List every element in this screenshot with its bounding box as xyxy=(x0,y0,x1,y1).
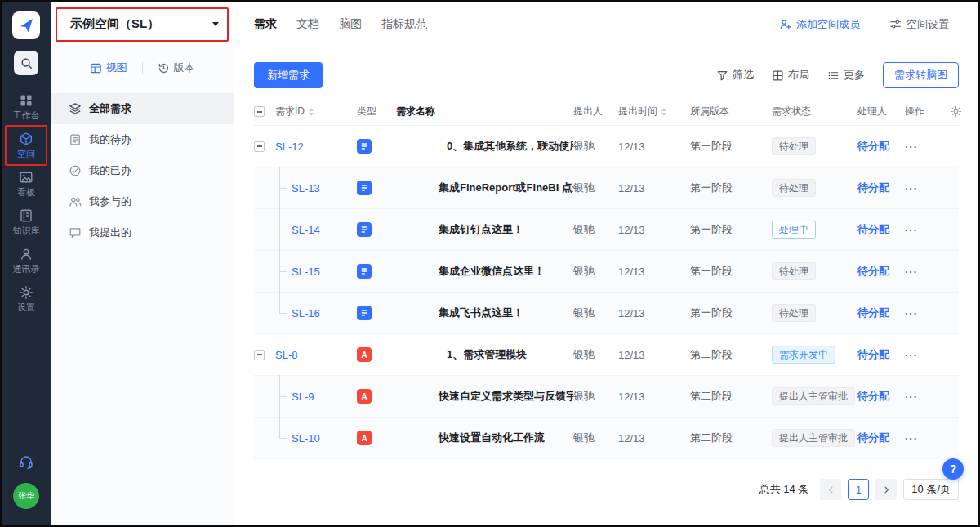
sidebar-item-space[interactable]: 空间 xyxy=(4,128,48,163)
new-requirement-button[interactable]: 新增需求 xyxy=(254,62,323,88)
global-search-button[interactable] xyxy=(14,51,38,75)
requirement-name[interactable]: 0、集成其他系统，联动使用！ xyxy=(390,139,573,154)
user-avatar[interactable]: 张华 xyxy=(13,483,39,509)
filter-button[interactable]: 筛选 xyxy=(716,68,754,83)
table-row[interactable]: SL-16 集成飞书点这里！ 银驰 12/13 第一阶段 待处理 待分配 ··· xyxy=(254,293,959,334)
filter-item-proposed[interactable]: 我提出的 xyxy=(51,217,234,248)
requirement-id-link[interactable]: SL-16 xyxy=(292,307,320,319)
page-size-select[interactable]: 10 条/页 xyxy=(903,479,959,500)
filter-item-all-requirements[interactable]: 全部需求 xyxy=(51,93,234,124)
requirement-name[interactable]: 集成钉钉点这里！ xyxy=(390,222,573,237)
panel-tabs: 视图 版本 xyxy=(51,47,234,83)
row-more-actions[interactable]: ··· xyxy=(905,307,918,319)
created-date: 12/13 xyxy=(618,307,690,319)
row-more-actions[interactable]: ··· xyxy=(905,141,918,153)
help-button[interactable]: ? xyxy=(942,458,964,480)
table-row[interactable]: SL-15 集成企业微信点这里！ 银驰 12/13 第一阶段 待处理 待分配 ·… xyxy=(254,251,959,293)
sidebar-item-contacts[interactable]: 通讯录 xyxy=(4,243,48,278)
tab-metric-spec[interactable]: 指标规范 xyxy=(381,17,427,32)
table-row[interactable]: SL-14 集成钉钉点这里！ 银驰 12/13 第一阶段 处理中 待分配 ··· xyxy=(254,209,959,251)
requirement-id-link[interactable]: SL-9 xyxy=(292,391,314,403)
status-badge: 待处理 xyxy=(772,137,816,155)
tab-documents[interactable]: 文档 xyxy=(296,17,319,32)
requirement-name[interactable]: 快速自定义需求类型与反馈字段 xyxy=(390,389,573,404)
table-row[interactable]: SL-10 A 快速设置自动化工作流 银驰 12/13 第二阶段 提出人主管审批… xyxy=(254,418,959,459)
filter-item-label: 我的已办 xyxy=(89,163,131,178)
requirement-id-link[interactable]: SL-10 xyxy=(292,432,320,444)
table-row[interactable]: SL-12 0、集成其他系统，联动使用！ 银驰 12/13 第一阶段 待处理 待… xyxy=(254,126,959,167)
sidebar-item-workbench[interactable]: 工作台 xyxy=(4,90,48,124)
version: 第一阶段 xyxy=(690,181,772,195)
space-settings-button[interactable]: 空间设置 xyxy=(889,17,949,32)
table-row[interactable]: SL-13 集成FineReport或FineBI 点这里 银驰 12/13 第… xyxy=(254,167,959,209)
tab-mindmap[interactable]: 脑图 xyxy=(339,17,362,32)
row-more-actions[interactable]: ··· xyxy=(905,432,918,444)
more-button[interactable]: 更多 xyxy=(827,68,865,83)
filter-item-my-todo[interactable]: 我的待办 xyxy=(51,124,234,155)
layout-button[interactable]: 布局 xyxy=(772,68,809,83)
filter-item-label: 全部需求 xyxy=(89,101,131,116)
collapse-toggle[interactable] xyxy=(254,350,265,360)
proposer: 银驰 xyxy=(573,306,618,320)
handler-link[interactable]: 待分配 xyxy=(858,306,889,320)
handler-link[interactable]: 待分配 xyxy=(858,264,889,279)
requirement-name[interactable]: 1、需求管理模块 xyxy=(390,347,573,362)
tab-view[interactable]: 视图 xyxy=(90,60,127,75)
column-header-created[interactable]: 提出时间 xyxy=(618,105,690,118)
main-header: 需求 文档 脑图 指标规范 添加空间成员 空间设置 xyxy=(234,2,978,47)
collapse-toggle[interactable] xyxy=(254,141,265,152)
filter-item-participated[interactable]: 我参与的 xyxy=(51,186,234,217)
handler-link[interactable]: 待分配 xyxy=(858,139,889,154)
requirement-name[interactable]: 集成FineReport或FineBI 点这里 xyxy=(390,181,573,195)
status-badge: 提出人主管审批 xyxy=(772,387,855,405)
space-switcher[interactable]: 示例空间（SL） xyxy=(51,2,234,47)
filter-item-my-done[interactable]: 我的已办 xyxy=(51,155,234,186)
column-header-handler: 处理人 xyxy=(858,105,905,118)
proposer: 银驰 xyxy=(573,389,618,404)
requirement-id-link[interactable]: SL-13 xyxy=(292,182,320,194)
row-more-actions[interactable]: ··· xyxy=(905,349,918,361)
requirement-id-link[interactable]: SL-8 xyxy=(275,349,297,361)
doc-type-icon xyxy=(357,306,372,320)
row-more-actions[interactable]: ··· xyxy=(905,266,918,278)
funnel-icon xyxy=(716,69,728,82)
current-page-button[interactable]: 1 xyxy=(848,479,869,500)
tab-version[interactable]: 版本 xyxy=(158,60,195,75)
row-more-actions[interactable]: ··· xyxy=(905,224,918,236)
row-more-actions[interactable]: ··· xyxy=(905,391,918,403)
sort-icon[interactable] xyxy=(309,108,314,116)
handler-link[interactable]: 待分配 xyxy=(858,347,889,362)
requirement-id-link[interactable]: SL-14 xyxy=(292,224,320,236)
sidebar-item-board[interactable]: 看板 xyxy=(4,167,48,201)
table-row[interactable]: SL-9 A 快速自定义需求类型与反馈字段 银驰 12/13 第二阶段 提出人主… xyxy=(254,376,959,418)
requirement-name[interactable]: 集成飞书点这里！ xyxy=(390,306,573,320)
comment-icon xyxy=(69,226,82,239)
sidebar-item-settings[interactable]: 设置 xyxy=(4,282,48,316)
handler-link[interactable]: 待分配 xyxy=(858,181,889,195)
table-settings-gear-icon[interactable] xyxy=(950,105,962,118)
handler-link[interactable]: 待分配 xyxy=(858,222,889,237)
requirements-to-mindmap-button[interactable]: 需求转脑图 xyxy=(883,62,959,88)
created-date: 12/13 xyxy=(618,391,690,403)
support-headset-icon[interactable] xyxy=(18,453,34,470)
requirement-name[interactable]: 集成企业微信点这里！ xyxy=(390,264,573,279)
sidebar-item-knowledge[interactable]: 知识库 xyxy=(4,205,48,239)
prev-page-button[interactable] xyxy=(820,479,841,500)
requirement-id-link[interactable]: SL-12 xyxy=(275,141,304,153)
add-space-member-button[interactable]: 添加空间成员 xyxy=(779,17,860,32)
select-all-checkbox[interactable] xyxy=(254,106,265,117)
handler-link[interactable]: 待分配 xyxy=(858,431,889,445)
table-row[interactable]: SL-8 A 1、需求管理模块 银驰 12/13 第二阶段 需求开发中 待分配 … xyxy=(254,334,959,376)
requirement-id-link[interactable]: SL-15 xyxy=(292,266,320,278)
requirement-type-icon: A xyxy=(357,347,372,362)
sort-icon[interactable] xyxy=(662,108,666,116)
row-more-actions[interactable]: ··· xyxy=(905,182,918,194)
next-page-button[interactable] xyxy=(875,479,897,500)
handler-link[interactable]: 待分配 xyxy=(858,389,889,404)
tab-requirements[interactable]: 需求 xyxy=(254,17,277,32)
app-logo[interactable] xyxy=(12,11,40,39)
requirement-name[interactable]: 快速设置自动化工作流 xyxy=(390,431,573,445)
chevron-down-icon[interactable] xyxy=(212,22,219,26)
version: 第一阶段 xyxy=(690,139,772,154)
column-header-id[interactable]: 需求ID xyxy=(275,98,357,125)
